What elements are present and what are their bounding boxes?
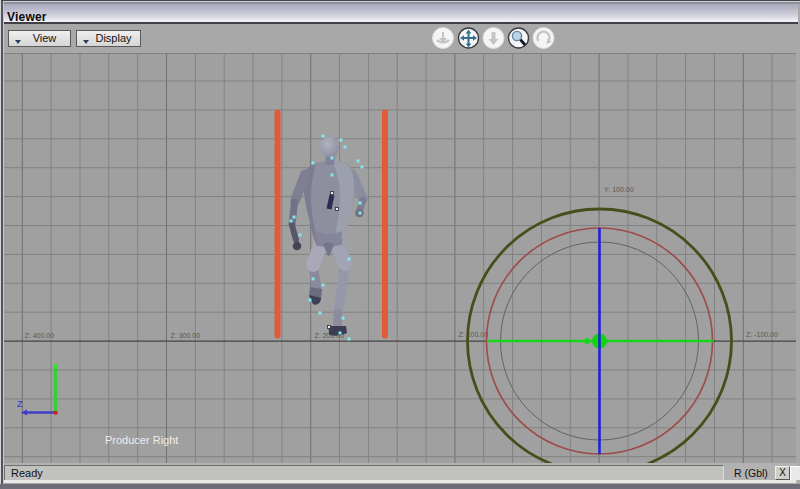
svg-text:Producer Right: Producer Right xyxy=(105,434,178,446)
svg-text:Y: 100.00: Y: 100.00 xyxy=(604,186,634,193)
svg-text:Z: 400.00: Z: 400.00 xyxy=(25,332,55,339)
svg-text:Z: Z xyxy=(17,399,23,409)
svg-text:Z: -100.00: Z: -100.00 xyxy=(746,331,778,338)
svg-text:Z: 100.00: Z: 100.00 xyxy=(459,331,489,338)
svg-text:Z: 300.00: Z: 300.00 xyxy=(171,332,201,339)
